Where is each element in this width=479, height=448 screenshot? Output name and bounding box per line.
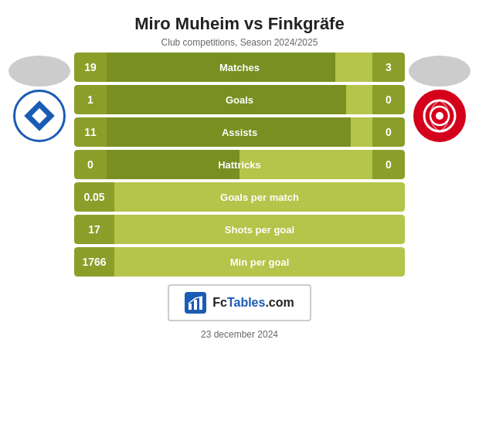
fctables-icon [185, 292, 206, 314]
right-logo-bg [409, 56, 471, 87]
hurricane-svg-icon [422, 98, 457, 134]
min-per-goal-label: Min per goal [114, 247, 405, 277]
left-logo-col [5, 53, 74, 142]
min-per-goal-left-value: 1766 [74, 247, 114, 277]
matches-label: Matches [219, 62, 260, 73]
assists-row: 11 Assists 0 [74, 117, 405, 147]
goals-row: 1 Goals 0 [74, 85, 405, 114]
fctables-brand: Tables [227, 296, 266, 309]
fctables-suffix: .com [265, 296, 294, 309]
right-logo-col [405, 53, 474, 142]
page-title: Miro Muheim vs Finkgräfe [134, 14, 344, 34]
hattricks-label-bar: Hattricks [107, 150, 372, 179]
fctables-chart-icon [187, 294, 204, 311]
svg-rect-3 [189, 304, 192, 310]
goals-right-value: 0 [372, 85, 405, 114]
matches-right-value: 3 [372, 53, 405, 82]
goals-per-match-left-value: 0.05 [74, 182, 114, 212]
subtitle: Club competitions, Season 2024/2025 [134, 37, 344, 48]
hattricks-row: 0 Hattricks 0 [74, 150, 405, 179]
hattricks-right-value: 0 [372, 150, 405, 179]
hsv-diamond-icon [24, 100, 55, 131]
goals-per-match-row: 0.05 Goals per match [74, 182, 405, 212]
fctables-prefix: Fc [212, 296, 227, 309]
matches-left-value: 19 [74, 53, 107, 82]
shots-per-goal-left-value: 17 [74, 215, 114, 244]
hattricks-label: Hattricks [218, 159, 261, 171]
assists-label-bar: Assists [107, 117, 372, 147]
svg-point-2 [436, 112, 443, 120]
assists-left-value: 11 [74, 117, 107, 147]
shots-per-goal-label: Shots per goal [114, 215, 405, 244]
goals-label: Goals [226, 94, 253, 106]
assists-right-value: 0 [372, 117, 405, 147]
min-per-goal-row: 1766 Min per goal [74, 247, 405, 277]
hattricks-left-value: 0 [74, 150, 107, 179]
goals-left-value: 1 [74, 85, 107, 114]
stats-container: 19 Matches 3 1 Goals 0 11 Assists 0 [74, 53, 405, 277]
goals-label-bar: Goals [107, 85, 372, 114]
assists-label: Assists [222, 127, 257, 138]
shots-per-goal-row: 17 Shots per goal [74, 215, 405, 244]
goals-per-match-label: Goals per match [114, 182, 405, 212]
left-logo-bg [8, 56, 70, 87]
car-logo [413, 90, 466, 142]
hsv-logo [13, 90, 66, 142]
svg-rect-5 [199, 297, 202, 310]
svg-rect-4 [194, 300, 197, 310]
fctables-text: FcTables.com [212, 296, 294, 310]
teams-section: 19 Matches 3 1 Goals 0 11 Assists 0 [0, 53, 479, 277]
fctables-banner[interactable]: FcTables.com [168, 284, 311, 321]
matches-label-bar: Matches [107, 53, 372, 82]
header: Miro Muheim vs Finkgräfe Club competitio… [119, 0, 359, 53]
matches-row: 19 Matches 3 [74, 53, 405, 82]
car-inner [417, 93, 462, 138]
footer-date: 23 december 2024 [201, 329, 278, 340]
